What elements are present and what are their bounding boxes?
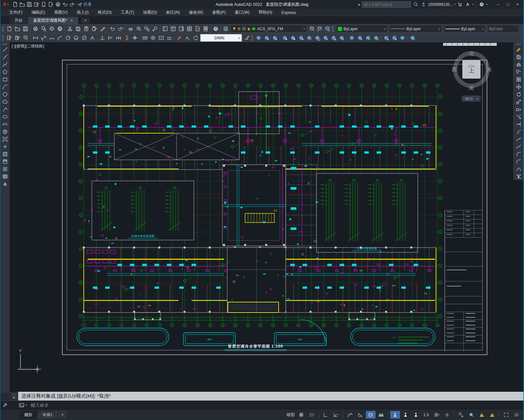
menu-1[interactable]: 编辑(E) (27, 9, 50, 16)
snap-mode-button[interactable]: ▾ (307, 411, 317, 419)
solid-subtract-button[interactable] (263, 34, 270, 42)
lineweight-display-button[interactable] (376, 411, 386, 419)
search-box[interactable] (362, 1, 411, 8)
layer-previous-button[interactable] (316, 25, 323, 33)
toolbar-grip[interactable] (2, 35, 4, 41)
hatch-button[interactable] (1, 150, 9, 158)
model-space-button[interactable]: 模型 (286, 411, 296, 419)
copy-button[interactable] (74, 25, 82, 33)
menu-4[interactable]: 格式(O) (93, 9, 116, 16)
menu-2[interactable]: 视图(V) (50, 9, 72, 16)
isolate-objects-button[interactable] (456, 411, 466, 419)
copy-faces-button[interactable] (330, 34, 337, 42)
table-button[interactable] (1, 173, 9, 180)
mirror-button[interactable] (515, 61, 522, 68)
zoom-previous-button[interactable] (151, 25, 159, 33)
performance-warning-button[interactable] (477, 411, 487, 419)
chamfer-button[interactable] (515, 150, 522, 158)
dim-style-combo[interactable]: DIMN ∨ (200, 34, 242, 42)
circle-button[interactable] (1, 91, 9, 98)
dim-ordinate-button[interactable] (56, 34, 64, 42)
dim-edit-button[interactable] (5, 34, 13, 42)
command-input[interactable]: 键入命令 (30, 402, 48, 408)
solid-union-button[interactable] (255, 34, 262, 42)
trim-button[interactable] (515, 113, 522, 121)
close-command-icon[interactable]: ✕ (12, 396, 15, 399)
plot-button[interactable] (31, 25, 39, 33)
help-dropdown-icon[interactable]: ▾ (486, 3, 488, 6)
dim-text-edit-button[interactable] (13, 34, 21, 42)
menu-7[interactable]: 标注(N) (162, 9, 184, 16)
multiline-text-button[interactable]: A (1, 180, 9, 188)
plot-style-combo[interactable]: ByColor (487, 25, 519, 32)
search-input[interactable] (362, 3, 411, 6)
account-dropdown-icon[interactable]: ▾ (454, 3, 455, 6)
dim-aligned-button[interactable] (40, 34, 47, 42)
properties-palette-button[interactable] (161, 25, 169, 33)
dim-continue-button[interactable] (115, 34, 122, 42)
color-combo[interactable]: ByLayer ∨ (336, 25, 387, 32)
undo-dropdown-icon[interactable]: ▾ (114, 28, 116, 30)
plot-preview-button[interactable] (40, 25, 47, 33)
extract-edges-button[interactable] (390, 34, 398, 42)
copy-button[interactable] (515, 53, 522, 61)
tab-drawing[interactable]: 某医院空调通风图* ✕ (28, 17, 79, 24)
paste-button[interactable] (82, 25, 90, 33)
clean-screen-button[interactable] (501, 411, 511, 419)
share-icon[interactable] (76, 1, 83, 8)
dim-inspect-button[interactable] (157, 34, 165, 42)
dim-text-angle-button[interactable]: A (183, 34, 191, 42)
extend-button[interactable] (515, 121, 522, 128)
search-icon[interactable] (412, 1, 419, 8)
region-button[interactable] (1, 165, 9, 173)
array-button[interactable] (515, 76, 522, 83)
view-cube-compass[interactable]: 西 (452, 67, 457, 72)
erase-button[interactable] (515, 46, 522, 53)
explode-button[interactable] (515, 173, 522, 180)
workspace-switching-button[interactable]: ▾ (432, 411, 442, 419)
rotate-faces-button[interactable] (313, 34, 321, 42)
graphics-performance-button[interactable] (467, 411, 476, 419)
make-object-layer-current-button[interactable] (308, 25, 316, 33)
check-solid-button[interactable] (408, 34, 416, 42)
break-at-point-button[interactable] (515, 128, 522, 135)
offset-edge-button[interactable] (398, 34, 406, 42)
dim-linear-button[interactable] (31, 34, 39, 42)
rectangle-button[interactable] (1, 76, 9, 83)
new-tab-button[interactable]: + (81, 18, 90, 23)
move-faces-button[interactable] (289, 34, 297, 42)
dim-jogged-button[interactable] (72, 34, 80, 42)
linetype-combo[interactable]: ByLayer ∨ (389, 25, 442, 32)
tab-start[interactable]: 开始 (9, 17, 28, 24)
paste-special-button[interactable] (90, 25, 98, 33)
quick-dimension-button[interactable] (98, 34, 106, 42)
dim-arc-length-button[interactable] (48, 34, 56, 42)
view-cube-compass[interactable]: 北 (469, 51, 474, 56)
color-faces-button[interactable] (338, 34, 345, 42)
dim-angular-button[interactable] (88, 34, 96, 42)
color-edges-button[interactable] (372, 34, 380, 42)
clean-body-button[interactable] (348, 34, 356, 42)
offset-faces-button[interactable] (297, 34, 305, 42)
menu-0[interactable]: 文件(F) (5, 9, 27, 16)
open-button[interactable] (13, 25, 21, 33)
ortho-mode-button[interactable] (321, 411, 331, 419)
dim-text-edit2-button[interactable] (175, 34, 183, 42)
plot-button[interactable] (55, 1, 61, 8)
polyline-button[interactable] (1, 61, 9, 68)
menu-9[interactable]: 参数(P) (208, 9, 231, 16)
logo-dropdown-icon[interactable]: ▾ (7, 3, 9, 6)
menu-10[interactable]: 窗口(W) (230, 9, 254, 16)
new-button[interactable] (5, 25, 13, 33)
save-button[interactable] (21, 25, 29, 33)
break-button[interactable] (515, 135, 522, 143)
publish-button[interactable] (48, 25, 56, 33)
redo-button[interactable]: ▾ (69, 1, 76, 8)
ellipse-arc-button[interactable] (1, 121, 9, 128)
stretch-button[interactable] (515, 106, 522, 113)
pan-button[interactable] (127, 25, 134, 33)
scale-button[interactable] (515, 98, 522, 106)
recent-commands-icon[interactable]: ▾ (26, 404, 27, 407)
solid-intersect-button[interactable] (271, 34, 279, 42)
arc-button[interactable] (1, 83, 9, 91)
